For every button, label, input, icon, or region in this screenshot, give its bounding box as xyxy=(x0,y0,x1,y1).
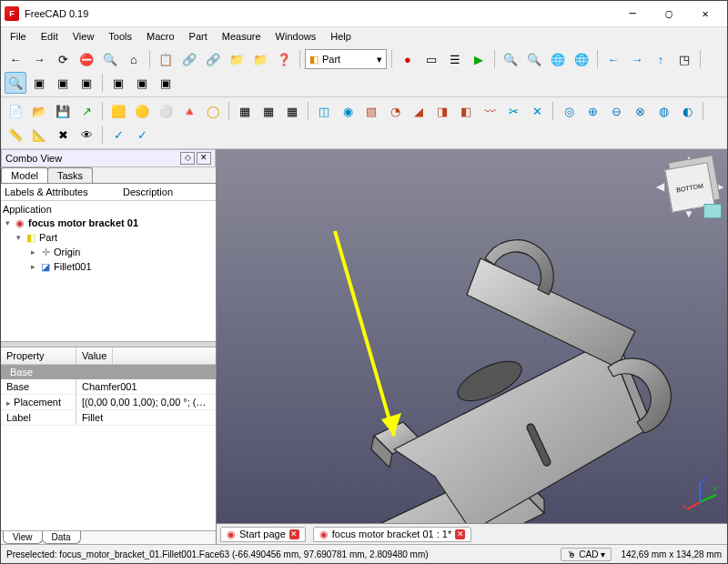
prim-box-icon[interactable]: 🟨 xyxy=(107,100,129,122)
macro-play-icon[interactable]: ▶ xyxy=(468,48,490,70)
macro-record-icon[interactable]: ● xyxy=(397,48,419,70)
prop-col-property[interactable]: Property xyxy=(1,347,76,364)
menu-view[interactable]: View xyxy=(66,29,102,44)
tab-model[interactable]: Model xyxy=(1,167,48,183)
measure-lin-icon[interactable]: 📏 xyxy=(5,124,26,146)
panel-close-icon[interactable]: ✕ xyxy=(197,152,211,165)
bbox-icon[interactable]: 🌐 xyxy=(571,48,592,70)
tab-view[interactable]: View xyxy=(3,531,43,544)
stop-icon[interactable]: ⛔ xyxy=(76,48,97,70)
save-icon[interactable]: 💾 xyxy=(52,100,74,122)
navcube-config-icon[interactable] xyxy=(703,204,722,218)
bool-cut-icon[interactable]: ⊖ xyxy=(605,100,627,122)
view-left-icon[interactable]: ▣ xyxy=(155,72,177,94)
tree-doc[interactable]: ▾ ◉ focus motor bracket 01 xyxy=(3,216,214,230)
bool-union-icon[interactable]: ⊕ xyxy=(581,100,603,122)
fillet-icon[interactable]: ◔ xyxy=(384,100,406,122)
revolve-icon[interactable]: ◉ xyxy=(337,100,359,122)
prim-cyl-icon[interactable]: 🟡 xyxy=(131,100,153,122)
tree-fillet[interactable]: ▸ ◪ Fillet001 xyxy=(3,259,214,274)
sweep-icon[interactable]: 〰 xyxy=(479,100,500,122)
tab-document[interactable]: ◉ focus motor bracket 01 : 1* ✕ xyxy=(313,527,471,542)
chamfer-icon[interactable]: ◢ xyxy=(408,100,430,122)
nav-back-icon[interactable]: ← xyxy=(5,48,26,70)
prop-row[interactable]: ▸ Placement[(0,00 0,00 1,00); 0,00 °; (0… xyxy=(1,395,216,410)
prim-cone-icon[interactable]: 🔺 xyxy=(178,100,200,122)
open-icon[interactable]: 📂 xyxy=(28,100,50,122)
view-front-icon[interactable]: ▣ xyxy=(28,72,50,94)
arrow-left-icon[interactable]: ← xyxy=(602,48,624,70)
prim-more2-icon[interactable]: ▦ xyxy=(258,100,279,122)
new-doc-icon[interactable]: 📄 xyxy=(5,100,26,122)
view-bottom-icon[interactable]: ▣ xyxy=(131,72,153,94)
shapebuilder-icon[interactable]: ▦ xyxy=(281,100,303,122)
view-top-icon[interactable]: ▣ xyxy=(52,72,74,94)
close-tab-icon[interactable]: ✕ xyxy=(289,529,299,539)
tab-tasks[interactable]: Tasks xyxy=(47,167,93,183)
menu-part[interactable]: Part xyxy=(182,29,215,44)
view-right-icon[interactable]: ▣ xyxy=(76,72,97,94)
menu-edit[interactable]: Edit xyxy=(34,29,66,44)
nav-cube[interactable]: ▲ ▼ ◀ ▶ BOTTOM xyxy=(658,155,722,218)
fit-sel-icon[interactable]: 🔍 xyxy=(523,48,545,70)
whatsthis-icon[interactable]: ❓ xyxy=(273,48,295,70)
menu-file[interactable]: File xyxy=(3,29,34,44)
navcube-left-icon[interactable]: ◀ xyxy=(656,180,664,193)
iso-view-icon[interactable]: ◳ xyxy=(673,48,695,70)
bool-slice-icon[interactable]: ◐ xyxy=(676,100,698,122)
prim-more-icon[interactable]: ▦ xyxy=(234,100,256,122)
minimize-button[interactable]: ─ xyxy=(614,2,651,25)
link2-icon[interactable]: 🔗 xyxy=(202,48,224,70)
refresh-icon[interactable]: ⟳ xyxy=(52,48,74,70)
tab-start-page[interactable]: ◉ Start page ✕ xyxy=(220,527,306,542)
prop-row[interactable]: BaseChamfer001 xyxy=(1,379,216,395)
arrow-right-icon[interactable]: → xyxy=(626,48,648,70)
zoom-icon[interactable]: 🔍 xyxy=(99,48,121,70)
bool-frag-icon[interactable]: ◍ xyxy=(652,100,674,122)
check-geom-icon[interactable]: ✓ xyxy=(107,124,129,146)
measure-toggle-icon[interactable]: 👁 xyxy=(76,124,97,146)
bool1-icon[interactable]: ◎ xyxy=(558,100,580,122)
splitter[interactable] xyxy=(1,341,216,347)
maximize-button[interactable]: ▢ xyxy=(651,2,687,25)
fit-all-icon[interactable]: 🔍 xyxy=(500,48,521,70)
clipboard-icon[interactable]: 📋 xyxy=(155,48,177,70)
loft-icon[interactable]: ◧ xyxy=(455,100,477,122)
bool-inter-icon[interactable]: ⊗ xyxy=(629,100,651,122)
zoom-select-icon[interactable]: 🔍 xyxy=(5,72,26,94)
link-icon[interactable]: 🔗 xyxy=(178,48,200,70)
arrow-up-icon[interactable]: ↑ xyxy=(650,48,672,70)
menu-tools[interactable]: Tools xyxy=(101,29,139,44)
section-icon[interactable]: ✂ xyxy=(502,100,524,122)
extrude-icon[interactable]: ◫ xyxy=(313,100,335,122)
macro-stop-icon[interactable]: ▭ xyxy=(420,48,442,70)
prop-row[interactable]: LabelFillet xyxy=(1,410,216,426)
expand-icon[interactable]: ▸ xyxy=(28,247,37,257)
menu-windows[interactable]: Windows xyxy=(268,29,324,44)
menu-measure[interactable]: Measure xyxy=(215,29,268,44)
folder-icon[interactable]: 📁 xyxy=(226,48,248,70)
nav-style-select[interactable]: 🖱 CAD ▾ xyxy=(561,548,612,561)
prop-col-value[interactable]: Value xyxy=(76,347,113,364)
expand-icon[interactable]: ▾ xyxy=(14,233,23,242)
view-rear-icon[interactable]: ▣ xyxy=(107,72,129,94)
close-button[interactable]: ✕ xyxy=(687,2,723,25)
navcube-up-icon[interactable]: ▲ xyxy=(683,153,694,166)
cross-icon[interactable]: ✕ xyxy=(526,100,548,122)
nav-fwd-icon[interactable]: → xyxy=(28,48,50,70)
prim-sphere-icon[interactable]: ⚪ xyxy=(155,100,177,122)
draw-style-icon[interactable]: 🌐 xyxy=(547,48,569,70)
measure-clear-icon[interactable]: ✖ xyxy=(52,124,74,146)
tree-app[interactable]: Application xyxy=(3,203,214,216)
ruled-icon[interactable]: ◨ xyxy=(431,100,453,122)
navcube-right-icon[interactable]: ▶ xyxy=(715,180,723,193)
tree-origin[interactable]: ▸ ✛ Origin xyxy=(3,245,214,259)
expand-icon[interactable]: ▸ xyxy=(28,262,37,271)
3d-viewport[interactable]: ▲ ▼ ◀ ▶ BOTTOM Y X Z ◉ Start page ✕ xyxy=(217,149,727,544)
folder2-icon[interactable]: 📁 xyxy=(249,48,271,70)
menu-macro[interactable]: Macro xyxy=(139,29,182,44)
mirror-icon[interactable]: ▧ xyxy=(360,100,382,122)
defeature-icon[interactable]: ✓ xyxy=(131,124,153,146)
measure-ang-icon[interactable]: 📐 xyxy=(28,124,50,146)
prim-torus-icon[interactable]: ◯ xyxy=(202,100,224,122)
